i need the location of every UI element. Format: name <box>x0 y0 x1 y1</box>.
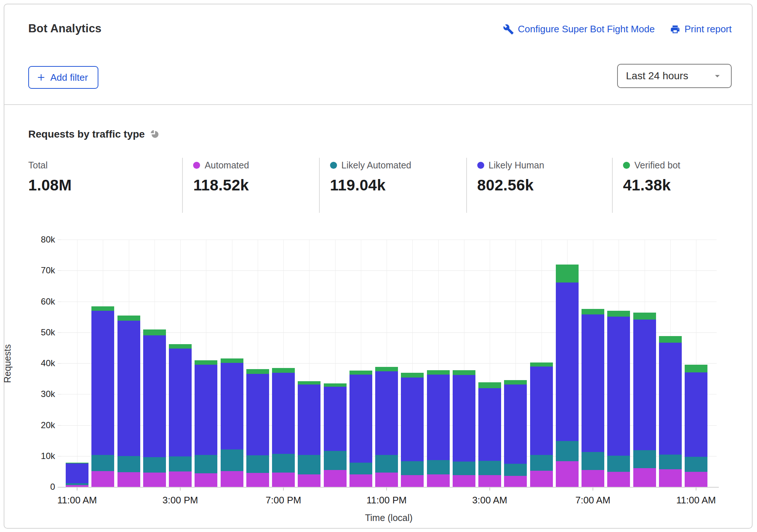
bar-segment-verified-bot[interactable] <box>427 370 450 375</box>
bar-segment-likely-automated[interactable] <box>195 455 217 473</box>
bar-segment-likely-human[interactable] <box>530 367 553 455</box>
bar-segment-automated[interactable] <box>349 474 372 487</box>
bar-segment-automated[interactable] <box>659 469 682 487</box>
bar-segment-likely-automated[interactable] <box>607 456 630 472</box>
bar-segment-likely-automated[interactable] <box>453 462 475 475</box>
bar-segment-verified-bot[interactable] <box>246 369 269 374</box>
bar-segment-likely-human[interactable] <box>607 317 630 456</box>
stacked-bar-5-00-AM[interactable] <box>530 362 553 487</box>
stacked-bar-11-00-PM[interactable] <box>375 367 398 487</box>
bar-segment-likely-human[interactable] <box>556 283 579 441</box>
bar-segment-verified-bot[interactable] <box>91 306 114 311</box>
bar-segment-automated[interactable] <box>530 471 553 487</box>
bar-segment-likely-human[interactable] <box>375 371 398 455</box>
bar-segment-likely-automated[interactable] <box>685 457 707 471</box>
bar-segment-automated[interactable] <box>478 475 501 487</box>
bar-segment-verified-bot[interactable] <box>582 309 604 314</box>
bar-segment-likely-human[interactable] <box>633 320 656 450</box>
bar-segment-likely-human[interactable] <box>66 463 88 483</box>
bar-segment-likely-automated[interactable] <box>401 461 424 475</box>
bar-segment-likely-human[interactable] <box>221 363 243 449</box>
stacked-bar-2-00-PM[interactable] <box>143 329 166 487</box>
bar-segment-automated[interactable] <box>504 476 527 487</box>
bar-segment-likely-automated[interactable] <box>427 460 450 475</box>
bar-segment-likely-automated[interactable] <box>530 455 553 471</box>
bar-segment-likely-automated[interactable] <box>478 461 501 475</box>
bar-segment-likely-human[interactable] <box>272 373 295 454</box>
bar-segment-likely-automated[interactable] <box>169 456 192 471</box>
stacked-bar-10-00-AM[interactable] <box>659 336 682 487</box>
bar-segment-automated[interactable] <box>272 473 295 487</box>
stacked-bar-4-00-AM[interactable] <box>504 380 527 487</box>
bar-segment-likely-automated[interactable] <box>117 456 140 472</box>
bar-segment-automated[interactable] <box>143 473 166 487</box>
bar-segment-likely-automated[interactable] <box>633 450 656 468</box>
bar-segment-likely-automated[interactable] <box>298 455 320 474</box>
bar-segment-verified-bot[interactable] <box>556 265 579 283</box>
bar-segment-likely-automated[interactable] <box>504 464 527 476</box>
bar-segment-likely-automated[interactable] <box>272 454 295 473</box>
bar-segment-verified-bot[interactable] <box>375 367 398 371</box>
bar-segment-likely-human[interactable] <box>685 372 707 457</box>
stacked-bar-1-00-PM[interactable] <box>117 316 140 487</box>
bar-segment-verified-bot[interactable] <box>298 381 320 385</box>
bar-segment-verified-bot[interactable] <box>272 368 295 373</box>
bar-segment-likely-human[interactable] <box>195 365 217 455</box>
bar-segment-automated[interactable] <box>246 473 269 487</box>
bar-segment-verified-bot[interactable] <box>607 311 630 317</box>
bar-segment-verified-bot[interactable] <box>478 382 501 389</box>
stacked-bar-9-00-PM[interactable] <box>324 383 347 487</box>
bar-segment-automated[interactable] <box>169 471 192 487</box>
bar-segment-verified-bot[interactable] <box>659 336 682 343</box>
bar-segment-verified-bot[interactable] <box>633 313 656 320</box>
bar-segment-likely-automated[interactable] <box>91 455 114 471</box>
print-report-link[interactable]: Print report <box>670 23 732 35</box>
bar-segment-verified-bot[interactable] <box>530 362 553 367</box>
stacked-bar-3-00-PM[interactable] <box>169 344 192 487</box>
stacked-bar-11-00-AM[interactable] <box>685 365 707 487</box>
bar-segment-likely-automated[interactable] <box>659 455 682 469</box>
bar-segment-likely-human[interactable] <box>246 374 269 455</box>
bar-segment-likely-human[interactable] <box>401 378 424 461</box>
bar-segment-likely-automated[interactable] <box>221 449 243 471</box>
bar-segment-likely-automated[interactable] <box>246 455 269 473</box>
add-filter-button[interactable]: Add filter <box>28 66 98 89</box>
bar-segment-likely-human[interactable] <box>427 375 450 460</box>
bar-segment-automated[interactable] <box>401 475 424 487</box>
bar-segment-automated[interactable] <box>427 474 450 487</box>
bar-segment-verified-bot[interactable] <box>401 373 424 378</box>
stacked-bar-8-00-PM[interactable] <box>298 381 320 487</box>
stacked-bar-12-00-AM[interactable] <box>401 373 424 487</box>
bar-segment-likely-human[interactable] <box>91 311 114 455</box>
bar-segment-likely-human[interactable] <box>298 385 320 455</box>
bar-segment-likely-human[interactable] <box>349 375 372 462</box>
stacked-bar-2-00-AM[interactable] <box>453 370 475 487</box>
bar-segment-automated[interactable] <box>324 470 347 487</box>
bar-segment-verified-bot[interactable] <box>195 360 217 365</box>
stacked-bar-6-00-PM[interactable] <box>246 369 269 487</box>
bar-segment-likely-human[interactable] <box>453 375 475 462</box>
bar-segment-automated[interactable] <box>685 472 707 487</box>
bar-segment-verified-bot[interactable] <box>324 383 347 387</box>
bar-segment-automated[interactable] <box>582 470 604 487</box>
bar-segment-verified-bot[interactable] <box>169 344 192 349</box>
bar-segment-verified-bot[interactable] <box>221 358 243 363</box>
bar-segment-likely-human[interactable] <box>143 335 166 457</box>
bar-segment-automated[interactable] <box>117 472 140 487</box>
bar-segment-verified-bot[interactable] <box>117 316 140 321</box>
bar-segment-likely-human[interactable] <box>169 349 192 456</box>
bar-segment-likely-human[interactable] <box>659 343 682 455</box>
bar-segment-likely-automated[interactable] <box>66 483 88 485</box>
bar-segment-automated[interactable] <box>221 471 243 487</box>
stacked-bar-10-00-PM[interactable] <box>349 371 372 487</box>
bar-segment-automated[interactable] <box>633 468 656 487</box>
bar-segment-likely-human[interactable] <box>117 321 140 456</box>
bar-segment-automated[interactable] <box>298 474 320 487</box>
bar-segment-verified-bot[interactable] <box>349 371 372 375</box>
stacked-bar-3-00-AM[interactable] <box>478 382 501 487</box>
bar-segment-likely-human[interactable] <box>582 314 604 452</box>
bar-segment-likely-automated[interactable] <box>556 441 579 462</box>
stacked-bar-4-00-PM[interactable] <box>195 360 217 487</box>
stacked-bar-6-00-AM[interactable] <box>556 265 579 487</box>
stacked-bar-8-00-AM[interactable] <box>607 311 630 487</box>
